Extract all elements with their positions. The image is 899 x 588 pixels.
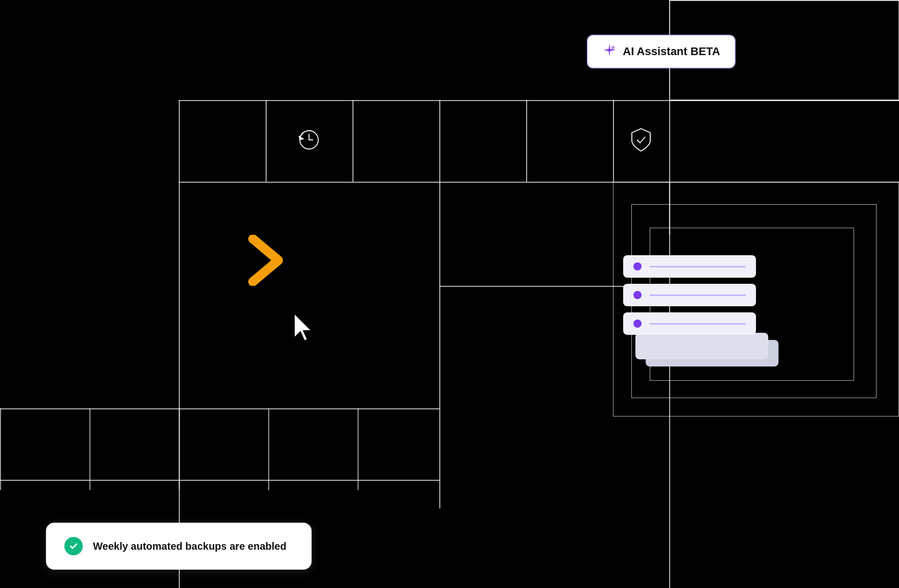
cursor-icon	[291, 311, 318, 345]
sparkle-icon	[602, 43, 617, 60]
db-line-2	[650, 295, 746, 296]
ai-assistant-label: AI Assistant BETA	[623, 45, 720, 58]
notification-card: Weekly automated backups are enabled	[46, 523, 312, 570]
notification-text: Weekly automated backups are enabled	[93, 541, 287, 552]
db-line-3	[650, 323, 746, 325]
db-dot-3	[633, 320, 642, 328]
shield-check-icon	[628, 127, 654, 155]
database-stack	[623, 255, 797, 408]
history-icon	[296, 127, 322, 155]
shield-cell	[613, 100, 669, 182]
db-line-1	[650, 266, 746, 267]
check-circle-icon	[64, 537, 83, 555]
db-dot-2	[633, 291, 642, 299]
ai-assistant-button[interactable]: AI Assistant BETA	[587, 35, 736, 68]
stack-layer-1	[635, 333, 768, 359]
history-cell	[266, 100, 352, 182]
chevron-right-icon	[245, 235, 286, 288]
db-dot-1	[633, 262, 642, 271]
